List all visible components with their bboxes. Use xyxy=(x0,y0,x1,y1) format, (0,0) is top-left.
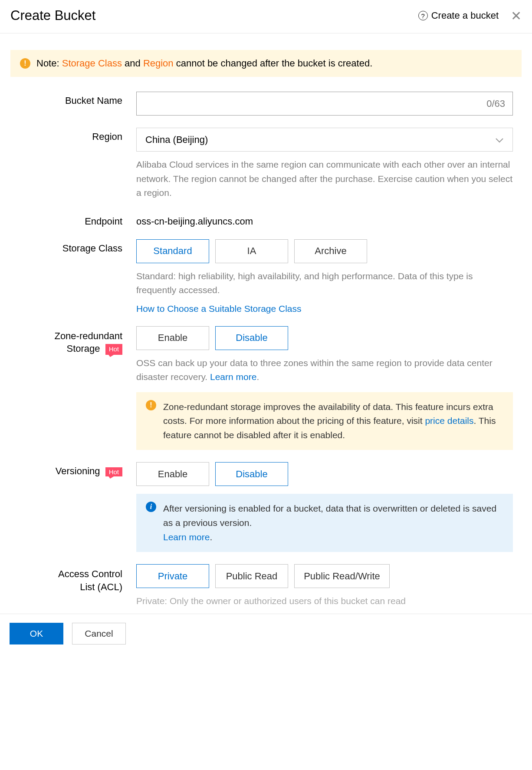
versioning-disable[interactable]: Disable xyxy=(215,462,288,486)
region-label: Region xyxy=(10,128,136,200)
help-link[interactable]: ? Create a bucket xyxy=(418,10,499,21)
bucket-name-input[interactable] xyxy=(136,92,513,116)
zrs-disable[interactable]: Disable xyxy=(215,326,288,350)
versioning-banner: i After versioning is enabled for a buck… xyxy=(136,494,513,552)
cancel-button[interactable]: Cancel xyxy=(72,623,126,644)
hot-badge: Hot xyxy=(105,344,122,354)
info-icon: i xyxy=(146,502,156,512)
close-icon[interactable]: ✕ xyxy=(511,8,522,23)
warning-icon: ! xyxy=(20,58,30,69)
dialog-title: Create Bucket xyxy=(10,8,95,23)
region-select[interactable]: China (Beijing) xyxy=(136,128,513,152)
versioning-learn-more-link[interactable]: Learn more xyxy=(163,532,210,542)
help-link-text: Create a bucket xyxy=(431,10,499,21)
storage-class-ia[interactable]: IA xyxy=(215,239,288,263)
storage-class-help-link[interactable]: How to Choose a Suitable Storage Class xyxy=(136,304,302,314)
note-text: Note: Storage Class and Region cannot be… xyxy=(36,58,372,69)
storage-class-label: Storage Class xyxy=(10,239,136,314)
region-help: Alibaba Cloud services in the same regio… xyxy=(136,158,513,200)
zrs-help: OSS can back up your data to three zones… xyxy=(136,356,513,384)
storage-class-archive[interactable]: Archive xyxy=(294,239,367,263)
zrs-learn-more-link[interactable]: Learn more xyxy=(210,372,256,382)
bucket-name-label: Bucket Name xyxy=(10,92,136,116)
zrs-price-details-link[interactable]: price details xyxy=(425,416,473,426)
versioning-enable[interactable]: Enable xyxy=(136,462,209,486)
region-value: China (Beijing) xyxy=(145,134,208,145)
note-banner: ! Note: Storage Class and Region cannot … xyxy=(10,50,522,77)
chevron-down-icon xyxy=(495,134,504,145)
ok-button[interactable]: OK xyxy=(10,623,63,644)
acl-help: Private: Only the owner or authorized us… xyxy=(136,594,513,608)
zrs-label: Zone-redundant Storage Hot xyxy=(10,326,136,450)
hot-badge: Hot xyxy=(105,467,122,476)
warning-icon: ! xyxy=(146,400,156,410)
storage-class-standard[interactable]: Standard xyxy=(136,239,209,263)
acl-private[interactable]: Private xyxy=(136,564,209,588)
zrs-banner: ! Zone-redundant storage improves the av… xyxy=(136,392,513,450)
acl-public-read-write[interactable]: Public Read/Write xyxy=(294,564,390,588)
zrs-enable[interactable]: Enable xyxy=(136,326,209,350)
question-icon: ? xyxy=(418,11,428,20)
acl-label: Access Control List (ACL) xyxy=(10,564,136,608)
endpoint-value: oss-cn-beijing.aliyuncs.com xyxy=(136,212,513,227)
acl-public-read[interactable]: Public Read xyxy=(215,564,288,588)
versioning-label: Versioning Hot xyxy=(10,462,136,552)
endpoint-label: Endpoint xyxy=(10,212,136,227)
storage-class-help: Standard: high reliability, high availab… xyxy=(136,269,513,297)
